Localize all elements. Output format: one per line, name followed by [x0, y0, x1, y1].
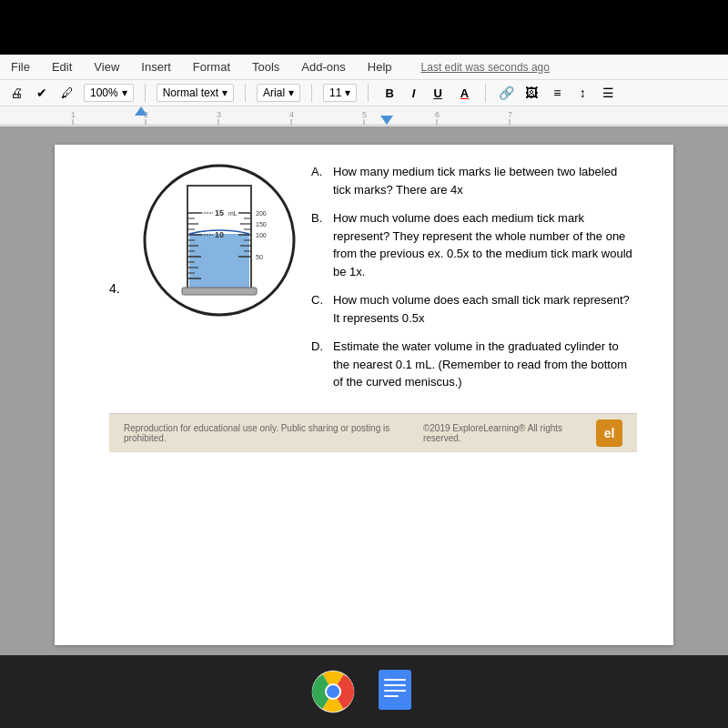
separator-4: [368, 84, 369, 102]
line-spacing-icon[interactable]: ↕: [573, 84, 592, 102]
size-arrow: ▾: [345, 86, 350, 99]
align-icon[interactable]: ≡: [548, 84, 566, 102]
svg-text:200: 200: [256, 210, 267, 217]
docs-taskbar-icon[interactable]: [373, 670, 417, 713]
svg-text:5: 5: [362, 110, 367, 119]
question-number: 4.: [109, 163, 127, 296]
answer-b-text: How much volume does each medium tick ma…: [333, 209, 637, 280]
font-arrow: ▾: [288, 86, 294, 99]
screen: File Edit View Insert Format Tools Add-o…: [0, 55, 728, 655]
chrome-taskbar-icon[interactable]: [311, 670, 355, 713]
svg-point-54: [327, 685, 339, 698]
answer-b: B. How much volume does each medium tick…: [311, 209, 637, 280]
footer-logo: el: [596, 420, 622, 447]
svg-rect-59: [384, 695, 399, 697]
menu-insert[interactable]: Insert: [137, 58, 175, 76]
size-dropdown[interactable]: 11 ▾: [323, 84, 357, 102]
last-edit-label: Last edit was seconds ago: [418, 59, 553, 76]
separator-2: [245, 84, 246, 102]
style-dropdown[interactable]: Normal text ▾: [157, 84, 234, 102]
answer-c: C. How much volume does each small tick …: [311, 291, 637, 327]
menu-addons[interactable]: Add-ons: [298, 58, 349, 76]
answer-a-text: How many medium tick marks lie between t…: [333, 163, 637, 198]
link-icon[interactable]: 🔗: [497, 84, 515, 102]
separator-5: [485, 84, 486, 102]
list-icon[interactable]: ☰: [599, 84, 617, 102]
spellcheck-icon[interactable]: ✔: [33, 84, 51, 102]
doc-area: 4.: [0, 126, 728, 663]
answer-c-letter: C.: [311, 291, 326, 309]
footer-right: ©2019 ExploreLearning® All rights reserv…: [423, 423, 596, 443]
svg-marker-16: [380, 116, 393, 125]
answers-area: A. How many medium tick marks lie betwee…: [311, 163, 637, 402]
zoom-dropdown[interactable]: 100% ▾: [84, 84, 134, 102]
answer-a-letter: A.: [311, 163, 326, 181]
svg-rect-19: [189, 234, 249, 288]
bold-button[interactable]: B: [379, 85, 399, 102]
paint-format-icon[interactable]: 🖊: [58, 84, 76, 102]
ruler-content: 1 2 3 4 5 6 7: [0, 106, 728, 126]
italic-button[interactable]: I: [407, 85, 421, 102]
style-arrow: ▾: [222, 86, 228, 99]
separator-1: [145, 84, 146, 102]
ruler: 1 2 3 4 5 6 7: [0, 106, 728, 126]
svg-text:150: 150: [256, 221, 267, 228]
menu-format[interactable]: Format: [189, 58, 234, 76]
style-value: Normal text: [163, 86, 218, 99]
svg-rect-58: [384, 690, 406, 692]
svg-text:1: 1: [71, 110, 76, 119]
answer-b-letter: B.: [311, 209, 326, 228]
svg-rect-51: [182, 288, 257, 295]
answer-d-letter: D.: [311, 338, 326, 356]
svg-text:10: 10: [215, 230, 224, 239]
cylinder-image: 15 mL 10 200 150 100 50: [142, 163, 297, 318]
answer-d-text: Estimate the water volume in the graduat…: [333, 338, 637, 391]
menubar: File Edit View Insert Format Tools Add-o…: [0, 55, 728, 80]
footer-left: Reproduction for educational use only. P…: [124, 423, 423, 443]
print-icon[interactable]: 🖨: [7, 84, 25, 102]
question-4-container: 4.: [109, 163, 637, 402]
answer-a: A. How many medium tick marks lie betwee…: [311, 163, 637, 198]
toolbar: 🖨 ✔ 🖊 100% ▾ Normal text ▾ Arial ▾ 11 ▾ …: [0, 80, 728, 106]
svg-rect-57: [384, 684, 406, 686]
font-dropdown[interactable]: Arial ▾: [257, 84, 300, 102]
menu-edit[interactable]: Edit: [48, 58, 76, 76]
underline-button[interactable]: U: [428, 85, 447, 102]
menu-tools[interactable]: Tools: [248, 58, 283, 76]
answer-c-text: How much volume does each small tick mar…: [333, 291, 637, 327]
menu-file[interactable]: File: [7, 58, 34, 76]
font-value: Arial: [263, 86, 285, 99]
doc-page: 4.: [55, 145, 673, 645]
svg-text:7: 7: [508, 110, 512, 119]
answer-d: D. Estimate the water volume in the grad…: [311, 338, 637, 391]
taskbar: [0, 655, 728, 728]
svg-text:mL: mL: [228, 210, 238, 217]
zoom-arrow: ▾: [122, 86, 127, 99]
svg-text:100: 100: [256, 232, 267, 238]
svg-rect-56: [384, 679, 406, 681]
zoom-value: 100%: [90, 86, 118, 99]
svg-text:3: 3: [217, 110, 221, 119]
image-icon[interactable]: 🖼: [522, 84, 541, 102]
svg-text:4: 4: [289, 110, 294, 119]
svg-text:6: 6: [435, 110, 440, 119]
svg-text:50: 50: [256, 254, 263, 260]
menu-help[interactable]: Help: [364, 58, 396, 76]
footer-bar: Reproduction for educational use only. P…: [109, 413, 637, 452]
menu-view[interactable]: View: [90, 58, 123, 76]
font-color-button[interactable]: A: [455, 85, 474, 102]
size-value: 11: [329, 86, 341, 99]
svg-text:15: 15: [215, 208, 224, 217]
cylinder-svg: 15 mL 10 200 150 100 50: [142, 163, 297, 318]
separator-3: [311, 84, 312, 102]
